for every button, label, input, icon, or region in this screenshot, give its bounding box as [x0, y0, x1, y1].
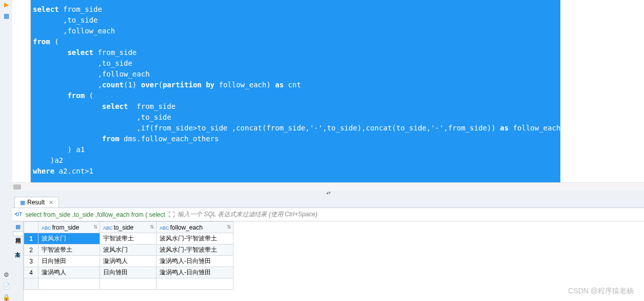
line-ruler	[12, 0, 31, 182]
table-icon: ▦	[20, 199, 25, 206]
filter-hint: 输入一个 SQL 表达式来过滤结果 (使用 Ctrl+Space)	[178, 210, 318, 219]
editor-wrap: select from_side ,to_side ,follow_each f…	[12, 0, 644, 182]
editor-content[interactable]: select from_side ,to_side ,follow_each f…	[33, 4, 560, 177]
side-tab-grid[interactable]: 网格	[13, 231, 23, 236]
filter-sort-icon[interactable]: ⇅	[227, 224, 231, 230]
splitter[interactable]: ▴ ▾	[12, 191, 644, 195]
filter-sort-icon[interactable]: ⇅	[150, 224, 154, 230]
grid-area: ▦ 网格 ☰ 文本 ⟲ ABCfrom_side⇅ ABCto_side⇅ AB…	[12, 221, 644, 301]
col-header-to_side[interactable]: ABCto_side⇅	[100, 222, 157, 233]
cell-follow_each[interactable]: 波风水门-宇智波带土	[157, 244, 233, 256]
refresh-icon[interactable]: ⟲	[15, 252, 20, 259]
sql-filter-icon[interactable]: ⟲T	[14, 211, 23, 218]
cell-to_side[interactable]: 波风水门	[100, 244, 157, 256]
filter-sort-icon[interactable]: ⇅	[93, 224, 97, 230]
cell-follow_each[interactable]: 波风水门-宇智波带土	[157, 233, 233, 244]
table-row[interactable]: 4 漩涡鸣人 日向雏田 漩涡鸣人-日向雏田	[24, 267, 233, 278]
close-icon[interactable]: ✕	[49, 199, 53, 206]
cell-to_side[interactable]: 宇智波带土	[100, 233, 157, 244]
col-header-from_side[interactable]: ABCfrom_side⇅	[38, 222, 100, 233]
abc-icon: ABC	[42, 225, 51, 231]
abc-icon: ABC	[160, 225, 169, 231]
horizontal-scrollbar[interactable]	[12, 182, 644, 191]
table-row[interactable]: 2 宇智波带土 波风水门 波风水门-宇智波带土	[24, 244, 233, 256]
cell-from_side[interactable]: 波风水门	[38, 233, 100, 244]
abc-icon: ABC	[103, 225, 113, 231]
watermark: CSDN @程序猿老杨	[568, 287, 634, 296]
grid-side-tabs: ▦ 网格 ☰ 文本 ⟲	[12, 221, 24, 301]
corner-cell[interactable]	[24, 222, 38, 233]
row-number[interactable]: 3	[24, 256, 38, 267]
gear-icon[interactable]: ⚙	[4, 271, 9, 278]
row-number[interactable]: 4	[24, 267, 38, 278]
app-root: ▶ ▦ ⚙ 📄 🔒 select from_side ,to_side ,fol…	[0, 0, 644, 301]
filter-bar: ⟲T select from_side ,to_side ,follow_eac…	[12, 208, 644, 221]
row-number[interactable]: 1	[24, 233, 38, 244]
cell-follow_each[interactable]: 漩涡鸣人-日向雏田	[157, 267, 233, 278]
filter-sql-text[interactable]: select from_side ,to_side ,follow_each f…	[26, 211, 165, 218]
cell-from_side[interactable]: 日向雏田	[38, 256, 100, 267]
result-tabs: ▦ Result ✕	[12, 195, 644, 208]
tab-result-label: Result	[27, 199, 45, 206]
result-grid: ABCfrom_side⇅ ABCto_side⇅ ABCfollow_each…	[24, 221, 644, 301]
grid-mode-icon[interactable]: ▦	[15, 223, 21, 230]
cell-from_side[interactable]: 漩涡鸣人	[38, 267, 100, 278]
sql-editor[interactable]: select from_side ,to_side ,follow_each f…	[31, 0, 560, 182]
side-tab-text[interactable]: 文本	[13, 245, 23, 249]
table-row-empty	[24, 278, 233, 290]
cell-to_side[interactable]: 日向雏田	[100, 267, 157, 278]
cell-to_side[interactable]: 漩涡鸣人	[100, 256, 157, 267]
expand-icon[interactable]: ⛶	[168, 211, 174, 218]
row-number[interactable]: 2	[24, 244, 38, 256]
lock-icon[interactable]: 🔒	[3, 294, 10, 301]
table-row[interactable]: 3 日向雏田 漩涡鸣人 漩涡鸣人-日向雏田	[24, 256, 233, 267]
result-table: ABCfrom_side⇅ ABCto_side⇅ ABCfollow_each…	[24, 221, 233, 290]
text-mode-icon[interactable]: ☰	[15, 237, 21, 244]
table-row[interactable]: 1 波风水门 宇智波带土 波风水门-宇智波带土	[24, 233, 233, 244]
grid-icon[interactable]: ▦	[4, 12, 9, 20]
main-area: select from_side ,to_side ,follow_each f…	[12, 0, 644, 301]
col-header-follow_each[interactable]: ABCfollow_each⇅	[157, 222, 233, 233]
execute-icon[interactable]: ▶	[4, 1, 9, 8]
tab-result[interactable]: ▦ Result ✕	[14, 197, 59, 208]
cell-from_side[interactable]: 宇智波带土	[38, 244, 100, 256]
left-toolbar: ▶ ▦ ⚙ 📄 🔒	[0, 0, 12, 301]
page-icon[interactable]: 📄	[3, 283, 10, 290]
cell-follow_each[interactable]: 漩涡鸣人-日向雏田	[157, 256, 233, 267]
